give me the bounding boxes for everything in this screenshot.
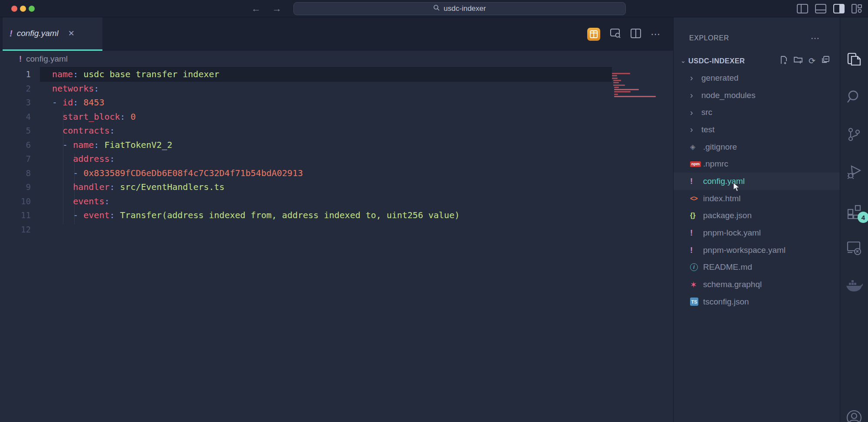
file-label: .npmrc [703,159,728,169]
more-actions-icon[interactable]: ⋯ [651,29,661,40]
code-line-content: address: [31,154,115,164]
tree-file--npmrc[interactable]: npm.npmrc [674,155,840,173]
search-icon [433,4,440,13]
breadcrumb-warning-icon: ! [19,55,22,64]
code-line[interactable]: 8 - 0x833589fCD6eDb6E08f4c7C32D4f71b54bd… [0,166,612,180]
line-number[interactable]: 10 [0,196,31,206]
split-editor-icon[interactable] [631,28,641,40]
folder-label: generated [701,73,739,83]
tree-file-pnpm-lock-yaml[interactable]: !pnpm-lock.yaml [674,224,840,242]
minimize-window-button[interactable] [20,6,26,12]
source-control-icon[interactable] [847,127,861,144]
tree-file-pnpm-workspace-yaml[interactable]: !pnpm-workspace.yaml [674,242,840,259]
file-label: tsconfig.json [703,297,749,307]
graphql-icon: ✶ [690,280,697,290]
command-center-search[interactable]: usdc-indexer [293,2,626,15]
tree-file-tsconfig-json[interactable]: TStsconfig.json [674,293,840,311]
code-line[interactable]: 5 contracts: [0,124,612,138]
code-line[interactable]: 6 - name: FiatTokenV2_2 [0,138,612,152]
customize-layout-icon[interactable] [852,4,862,13]
code-line[interactable]: 12 [0,222,612,237]
minimap-line [613,85,625,86]
tab-config-yaml[interactable]: ! config.yaml ✕ [3,17,102,49]
toggle-secondary-sidebar-icon[interactable] [833,4,845,13]
code-line[interactable]: 9 handler: src/EventHandlers.ts [0,180,612,194]
file-label: .gitignore [703,142,737,152]
readme-info-icon: i [690,263,698,271]
code-line[interactable]: 2networks: [0,82,612,96]
line-number[interactable]: 11 [0,210,31,220]
line-number[interactable]: 5 [0,126,31,135]
code-line-content: events: [31,196,109,206]
tree-folder-generated[interactable]: ›generated [674,69,840,87]
npm-icon: npm [690,161,701,167]
remote-explorer-icon[interactable] [846,240,862,257]
breadcrumb-file[interactable]: config.yaml [26,54,68,64]
tree-file--gitignore[interactable]: ◈.gitignore [674,138,840,156]
code-line-content: start_block: 0 [31,111,136,122]
code-line[interactable]: 4 start_block: 0 [0,110,612,124]
explorer-icon[interactable] [847,52,861,69]
tab-close-icon[interactable]: ✕ [68,29,75,38]
line-number[interactable]: 6 [0,140,31,150]
navigate-forward-button[interactable]: → [269,0,285,17]
line-number[interactable]: 9 [0,182,31,192]
new-file-icon[interactable] [779,56,788,66]
tree-file-config-yaml[interactable]: !config.yaml [674,173,840,190]
line-number[interactable]: 8 [0,168,31,178]
editor-group: ! config.yaml ✕ ⋯ ! config.yaml [0,17,674,422]
tree-file-index-html[interactable]: <>index.html [674,190,840,207]
tree-file-readme-md[interactable]: iREADME.md [674,259,840,276]
code-line[interactable]: 1name: usdc base transfer indexer [0,67,612,82]
project-root-usdc-indexer[interactable]: ⌄ USDC-INDEXER ⟳ [674,50,840,71]
navigate-back-button[interactable]: ← [248,0,264,17]
envio-table-extension-icon[interactable] [587,28,600,41]
breadcrumb[interactable]: ! config.yaml [0,51,673,67]
tree-file-schema-graphql[interactable]: ✶schema.graphql [674,276,840,293]
run-debug-icon[interactable] [846,164,862,181]
collapse-folders-icon[interactable] [822,56,829,65]
new-folder-icon[interactable] [794,56,802,65]
account-icon[interactable] [846,409,862,422]
code-line-content: handler: src/EventHandlers.ts [31,182,224,192]
minimap-line [614,96,656,97]
code-line[interactable]: 3- id: 8453 [0,95,612,110]
line-number[interactable]: 1 [0,69,31,79]
line-number[interactable]: 7 [0,154,31,164]
tree-folder-node-modules[interactable]: ›node_modules [674,87,840,104]
close-window-button[interactable] [11,6,17,12]
minimap-line [614,87,618,88]
explorer-more-actions-icon[interactable]: ⋯ [811,33,820,43]
search-icon[interactable] [846,89,862,107]
zoom-window-button[interactable] [29,6,35,12]
chevron-right-icon: › [690,73,701,83]
file-label: package.json [703,211,752,220]
file-label: pnpm-workspace.yaml [703,245,786,255]
code-line-content: - name: FiatTokenV2_2 [31,140,172,150]
line-number[interactable]: 2 [0,84,31,93]
tree-folder-src[interactable]: ›src [674,104,840,121]
docker-icon[interactable] [845,279,863,294]
code-editor[interactable]: 1name: usdc base transfer indexer2networ… [0,67,673,422]
code-line-content: - 0x833589fCD6eDb6E08f4c7C32D4f71b54bdA0… [31,168,303,178]
tree-file-package-json[interactable]: {}package.json [674,207,840,225]
folder-label: src [701,108,712,117]
tree-folder-test[interactable]: ›test [674,121,840,138]
yaml-warning-icon: ! [690,228,693,238]
toggle-panel-icon[interactable] [815,4,826,13]
toggle-primary-sidebar-icon[interactable] [797,4,808,13]
window-titlebar: ← → usdc-indexer [0,0,868,17]
line-number[interactable]: 4 [0,112,31,121]
code-line[interactable]: 10 events: [0,194,612,209]
code-line[interactable]: 7 address: [0,152,612,166]
line-number[interactable]: 3 [0,98,31,107]
open-preview-icon[interactable] [610,28,621,41]
code-line[interactable]: 11 - event: Transfer(address indexed fro… [0,208,612,222]
code-line-content: - event: Transfer(address indexed from, … [31,210,460,220]
json-icon: {} [690,212,695,219]
refresh-icon[interactable]: ⟳ [809,56,815,66]
code-line-content: name: usdc base transfer indexer [31,69,219,79]
line-number[interactable]: 12 [0,225,31,234]
typescript-icon: TS [690,298,698,306]
minimap[interactable] [612,73,660,134]
